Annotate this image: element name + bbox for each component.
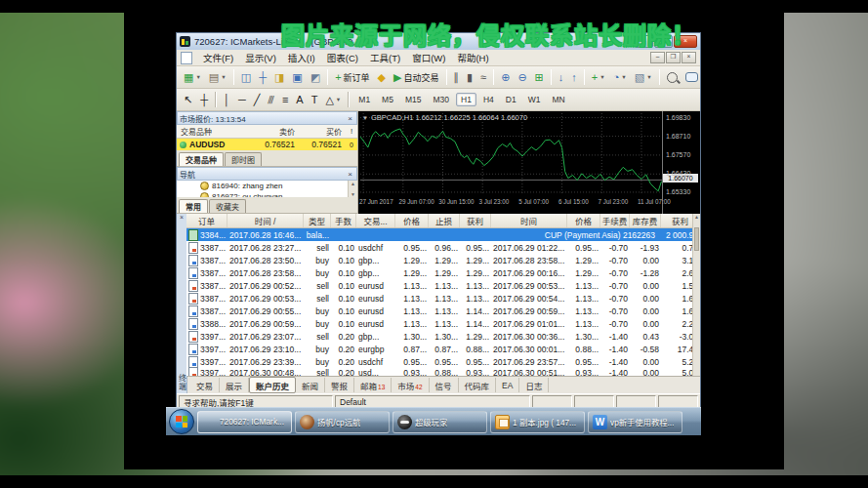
timeframe-d1[interactable]: D1 [501,93,521,106]
terminal-tab[interactable]: 警报 [325,378,354,392]
menu-item[interactable]: 工具(T) [364,51,406,64]
column-symbol[interactable]: 交易品种 [177,126,252,137]
order-row[interactable]: 3387...2017.06.28 23:27...sell0.10usdchf… [186,241,700,254]
trendline-tool[interactable]: ╱ [251,90,264,109]
menu-item[interactable]: 显示(V) [239,51,282,64]
scrollbar-thumb[interactable] [694,227,699,251]
templates-button[interactable]: ▧▼ [632,67,655,87]
market-watch-tab[interactable]: 交易品种 [179,152,224,166]
shapes-tool[interactable]: △▼ [322,90,344,109]
mdi-restore-button[interactable]: ❐ [666,52,681,63]
periods-button[interactable]: ↑ [568,67,580,87]
order-row[interactable]: 3387...2017.06.29 00:53...sell0.10eurusd… [186,292,700,305]
mdi-close-button[interactable]: × [682,52,696,63]
scroll-up-icon[interactable]: ▲ [351,181,355,186]
close-icon[interactable]: × [346,170,354,179]
terminal-tab[interactable]: 日志 [519,378,549,392]
order-row[interactable]: 3387...2017.06.28 23:58...buy0.10gbp...1… [186,266,700,279]
timeframe-w1[interactable]: W1 [523,93,546,106]
terminal-scrollbar[interactable]: ▲ [692,214,700,376]
column-ask[interactable]: 买价 [299,126,346,137]
navigator-toggle[interactable]: ◨ [271,67,287,87]
add-indicator-button[interactable]: +▼ [589,67,608,87]
taskbar-button[interactable]: 扬帆/cp远航 [295,411,390,433]
new-order-button[interactable]: +新订单 [332,67,372,87]
vertical-line-tool[interactable]: │ [221,90,233,109]
order-row[interactable]: 3388...2017.06.29 00:59...buy0.10eurusd1… [186,317,700,330]
timeframe-h1[interactable]: H1 [456,93,476,106]
terminal-tab[interactable]: 代码库 [459,378,497,392]
chart-plot[interactable] [360,113,666,195]
crosshair-tool[interactable]: ┼ [197,90,211,109]
order-row[interactable]: 3387...2017.06.29 00:52...sell0.10eurusd… [186,279,700,292]
text-tool[interactable]: A [293,90,306,109]
profiles-button[interactable]: ▤▼ [206,67,229,87]
navigator-account[interactable]: 816940: zhang zhen [177,181,357,191]
order-row[interactable]: 3397...2017.06.29 23:39...buy0.20usdchf0… [186,355,700,368]
autotrading-button[interactable]: ▶自动交易 [391,67,441,87]
order-row[interactable]: 3397...2017.06.30 00:48...sell0.20usd...… [186,368,700,376]
taskbar-button[interactable]: 超级玩家 [393,411,487,433]
data-window-toggle[interactable]: ┼ [256,67,269,87]
line-chart-button[interactable]: ≈ [477,67,489,87]
navigator-tab[interactable]: 常用 [179,199,208,213]
chat-button[interactable] [682,67,701,87]
mdi-minimize-button[interactable]: – [650,52,665,63]
search-button[interactable] [664,67,681,87]
order-row[interactable]: 3387...2017.06.28 23:50...buy0.10gbp...1… [186,254,700,266]
terminal-tab[interactable]: 邮箱13 [354,378,392,392]
terminal-tab[interactable]: 展示 [220,378,249,392]
timeframe-m5[interactable]: M5 [377,93,398,106]
zoom-in-button[interactable]: ⊕ [498,67,513,87]
taskbar-button[interactable]: vp新手使用教程... [588,411,682,433]
close-icon[interactable]: × [178,214,186,221]
scroll-down-icon[interactable]: ▼ [351,191,355,197]
chart-window[interactable]: ▼ GBPCAD,H1 1.66212 1.66225 1.66064 1.66… [358,111,700,214]
channel-tool[interactable]: ⫻ [265,90,277,109]
close-icon[interactable]: × [346,114,354,123]
menu-item[interactable]: 窗口(W) [406,51,451,64]
timeframe-mn[interactable]: MN [547,93,569,106]
taskbar-button[interactable]: 720627: ICMark... [197,411,292,433]
menu-item[interactable]: 图表(C) [321,51,364,64]
horizontal-line-tool[interactable]: ─ [235,90,249,109]
candlestick-button[interactable]: ▮ [464,67,475,87]
arrow-label-tool[interactable]: T [309,90,321,109]
period-clock-button[interactable]: ◔▼ [610,67,630,87]
terminal-toggle[interactable]: ▣ [289,67,305,87]
zoom-out-button[interactable]: ⊖ [515,67,529,87]
navigator-scrollbar[interactable]: ▲▼ [348,181,357,197]
metaeditor-button[interactable]: ◆ [375,67,389,87]
terminal-tab[interactable]: 账户历史 [249,377,296,393]
navigator-account[interactable]: 816972: ou chunyan [177,191,357,197]
market-watch-toggle[interactable]: ◫ [238,67,254,87]
bar-chart-button[interactable]: ∥ [451,67,463,87]
scroll-up-icon[interactable]: ▲ [694,214,699,220]
order-row[interactable]: 3387...2017.06.29 00:55...buy0.10eurusd1… [186,305,700,317]
timeframe-h4[interactable]: H4 [478,93,499,106]
column-spread[interactable]: ! [346,127,357,136]
navigator-tab[interactable]: 收藏夹 [209,199,246,213]
fibonacci-tool[interactable]: ≡ [279,90,291,109]
menu-item[interactable]: 文件(F) [197,51,239,64]
menu-item[interactable]: 插入(I) [282,51,321,64]
cursor-tool[interactable]: ↖ [181,90,195,109]
terminal-tab[interactable]: 新闻 [296,378,325,392]
start-button[interactable] [169,409,194,434]
indicators-button[interactable]: ↓ [556,67,567,87]
column-bid[interactable]: 卖价 [252,126,299,137]
chart-time-axis[interactable]: 27 Jun 201729 Jun 07:0030 Jun 15:003 Jul… [360,197,666,208]
menu-item[interactable]: 帮助(H) [451,51,494,64]
terminal-tab[interactable]: 交易 [190,378,220,392]
market-watch-tab[interactable]: 即时图 [225,152,262,166]
order-row[interactable]: 3397...2017.06.29 23:10...buy0.20eurgbp0… [186,343,700,355]
terminal-tab[interactable]: 市场42 [392,378,429,392]
taskbar-button[interactable]: 1 副本.jpg ( 147... [490,411,585,433]
timeframe-m30[interactable]: M30 [428,93,454,106]
timeframe-m1[interactable]: M1 [353,93,375,106]
balance-row[interactable]: 3384...2017.06.28 16:46...bala...CUP (Pa… [186,228,700,241]
strategy-tester-toggle[interactable]: ◩ [308,67,323,87]
timeframe-m15[interactable]: M15 [400,93,427,106]
new-chart-button[interactable]: ▦▼ [181,67,204,87]
tile-windows-button[interactable]: ⊞ [532,67,547,87]
